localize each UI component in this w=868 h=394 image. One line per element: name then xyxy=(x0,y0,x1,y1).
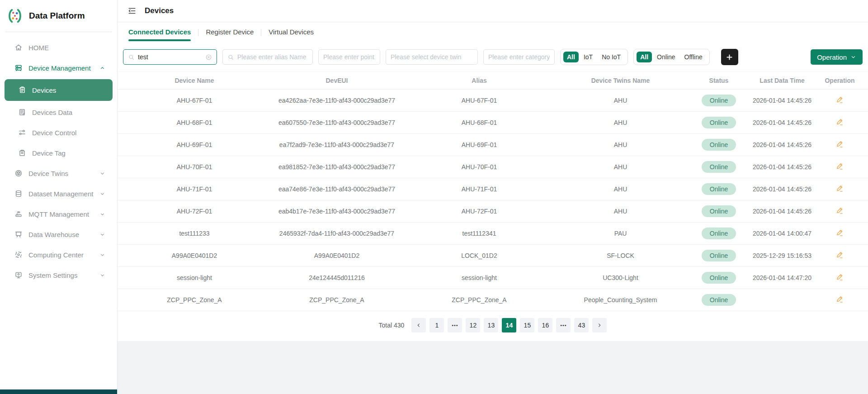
cell-device-twins-name: UC300-Light xyxy=(552,274,689,281)
cell-alias: AHU-68F-01 xyxy=(407,119,552,126)
app-logo xyxy=(6,7,24,24)
cell-alias: ZCP_PPC_Zone_A xyxy=(407,296,552,304)
tab-separator xyxy=(261,29,261,36)
mqtt-management-icon xyxy=(14,210,23,218)
edit-button[interactable] xyxy=(835,273,844,281)
cell-alias: AHU-72F-01 xyxy=(407,208,552,215)
category-input[interactable] xyxy=(488,53,550,61)
status-filter-option-offline[interactable]: Offline xyxy=(680,52,707,62)
iot-filter-toggle: AllIoTNo IoT xyxy=(560,49,628,65)
cell-alias: session-light xyxy=(407,274,552,281)
edit-button[interactable] xyxy=(835,140,844,148)
edit-button[interactable] xyxy=(835,162,844,171)
sidebar-item-label: Devices xyxy=(32,86,106,94)
chevron-down-icon xyxy=(99,211,105,217)
cell-last-data-time: 2026-01-04 14:45:26 xyxy=(748,141,816,148)
edit-button[interactable] xyxy=(835,228,844,237)
sidebar-item-mqtt-management[interactable]: MQTT Management xyxy=(5,205,113,223)
cell-last-data-time: 2026-01-04 14:45:26 xyxy=(748,119,816,126)
pagination-ellipsis[interactable]: ••• xyxy=(556,318,571,332)
table-row: AHU-67F-01ea4262aa-7e3e-11f0-af43-000c29… xyxy=(118,90,868,112)
status-filter-option-online[interactable]: Online xyxy=(653,52,679,62)
pagination-prev[interactable] xyxy=(411,318,426,332)
tab-virtual-devices[interactable]: Virtual Devices xyxy=(269,28,314,41)
cell-last-data-time: 2026-01-04 14:45:26 xyxy=(748,163,816,171)
tab-register-device[interactable]: Register Device xyxy=(206,28,254,41)
iot-filter-option-iot[interactable]: IoT xyxy=(580,52,597,62)
iot-filter-option-no-iot[interactable]: No IoT xyxy=(598,52,625,62)
device-name-search-input[interactable] xyxy=(138,53,203,61)
edit-button[interactable] xyxy=(835,295,844,304)
sidebar-item-devices-data[interactable]: Devices Data xyxy=(5,103,113,121)
table-row: AHU-69F-01ea7f2ad9-7e3e-11f0-af43-000c29… xyxy=(118,134,868,156)
page-button-43[interactable]: 43 xyxy=(574,318,589,332)
status-badge: Online xyxy=(702,294,736,306)
filter-bar: AllIoTNo IoT AllOnlineOffline Operation xyxy=(118,49,868,65)
cell-device-name: A99A0E0401D2 xyxy=(122,252,267,259)
tab-connected-devices[interactable]: Connected Devices xyxy=(128,28,191,41)
page-button-12[interactable]: 12 xyxy=(466,318,480,332)
sidebar-item-computing-center[interactable]: Computing Center xyxy=(5,246,113,264)
page-button-13[interactable]: 13 xyxy=(484,318,498,332)
active-tab-underline xyxy=(128,39,191,41)
sidebar-item-device-control[interactable]: Device Control xyxy=(5,123,113,142)
cell-status: Online xyxy=(689,272,748,284)
device-twin-select[interactable] xyxy=(391,53,473,61)
sidebar-bottom-bar xyxy=(0,389,117,394)
status-filter-toggle: AllOnlineOffline xyxy=(633,49,710,65)
sidebar-item-dataset-management[interactable]: Dataset Management xyxy=(5,185,113,203)
column-header-operation: Operation xyxy=(816,77,863,84)
table-row: AHU-70F-01ea981852-7e3e-11f0-af43-000c29… xyxy=(118,156,868,178)
system-settings-icon xyxy=(14,271,23,279)
iot-filter-option-all[interactable]: All xyxy=(563,52,579,62)
status-badge: Online xyxy=(702,228,736,239)
point-input[interactable] xyxy=(323,53,375,61)
sidebar-item-label: System Settings xyxy=(28,271,96,279)
table-row: AHU-71F-01eaa74e86-7e3e-11f0-af43-000c29… xyxy=(118,178,868,200)
alias-input[interactable] xyxy=(237,53,308,61)
operation-button[interactable]: Operation xyxy=(811,49,863,65)
cell-device-name: test111233 xyxy=(122,230,267,237)
add-device-button[interactable] xyxy=(721,49,738,65)
sidebar-item-system-settings[interactable]: System Settings xyxy=(5,266,113,284)
plus-icon xyxy=(726,53,733,61)
cell-last-data-time: 2026-01-04 14:47:20 xyxy=(748,274,816,281)
menu-fold-icon[interactable] xyxy=(127,6,137,15)
sidebar-item-device-management[interactable]: Device Management xyxy=(5,59,113,77)
cell-device-name: AHU-70F-01 xyxy=(122,163,267,171)
table-body: AHU-67F-01ea4262aa-7e3e-11f0-af43-000c29… xyxy=(118,90,868,311)
cell-device-twins-name: AHU xyxy=(552,119,689,126)
page-button-1[interactable]: 1 xyxy=(429,318,444,332)
edit-button[interactable] xyxy=(835,184,844,193)
sidebar-item-label: Devices Data xyxy=(32,109,106,116)
cell-deveui: 24e124445d011216 xyxy=(267,274,407,281)
page-button-14[interactable]: 14 xyxy=(502,318,516,332)
cell-status: Online xyxy=(689,205,748,217)
pagination-ellipsis[interactable]: ••• xyxy=(448,318,462,332)
edit-button[interactable] xyxy=(835,118,844,126)
edit-button[interactable] xyxy=(835,206,844,215)
cell-status: Online xyxy=(689,294,748,306)
pagination-next[interactable] xyxy=(592,318,607,332)
edit-button[interactable] xyxy=(835,95,844,104)
cell-device-twins-name: AHU xyxy=(552,97,689,104)
chevron-down-icon xyxy=(99,232,105,237)
sidebar-item-label: Device Control xyxy=(32,129,106,137)
sidebar-item-label: Dataset Management xyxy=(28,190,96,198)
tab-separator xyxy=(198,29,198,36)
sidebar-item-home[interactable]: HOME xyxy=(5,38,113,57)
page-button-16[interactable]: 16 xyxy=(538,318,552,332)
sidebar-item-data-warehouse[interactable]: Data Warehouse xyxy=(5,225,113,243)
cell-device-name: AHU-72F-01 xyxy=(122,208,267,215)
sidebar-item-label: Computing Center xyxy=(28,251,96,259)
chevron-down-icon xyxy=(99,171,105,176)
table-row: test1112332465932f-7da4-11f0-af43-000c29… xyxy=(118,223,868,245)
sidebar-item-device-tag[interactable]: Device Tag xyxy=(5,144,113,162)
sidebar-item-device-twins[interactable]: Device Twins xyxy=(5,164,113,182)
status-filter-option-all[interactable]: All xyxy=(637,52,652,62)
page-button-15[interactable]: 15 xyxy=(520,318,534,332)
clear-icon[interactable] xyxy=(205,54,212,61)
edit-button[interactable] xyxy=(835,251,844,259)
sidebar-item-devices[interactable]: Devices xyxy=(5,79,113,101)
cell-device-twins-name: PAU xyxy=(552,230,689,237)
